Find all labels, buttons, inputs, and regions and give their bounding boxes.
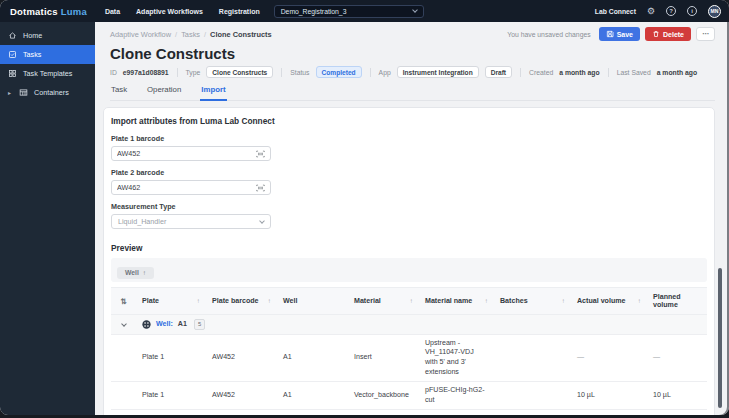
preview-title: Preview — [111, 243, 707, 253]
detail-tabs: Task Operation Import — [110, 85, 715, 101]
tab-operation[interactable]: Operation — [146, 85, 182, 100]
delete-button[interactable]: Delete — [645, 27, 691, 41]
cell-material: Insert — [348, 334, 419, 381]
tab-import[interactable]: Import — [200, 85, 226, 101]
cell-material-name: Upstream - VH_11047-VDJ with 5' and 3' e… — [419, 334, 494, 381]
column-header-plate-barcode[interactable]: ↑Plate barcode — [206, 288, 277, 315]
meta-divider — [520, 68, 521, 77]
chevron-down-icon[interactable] — [121, 321, 127, 327]
breadcrumb-separator: / — [204, 30, 206, 39]
group-row-well-a1[interactable]: Well: A1 5 — [111, 315, 707, 335]
project-selector[interactable]: Demo_Registration_3 — [274, 5, 424, 18]
created-value: a month ago — [559, 69, 599, 76]
import-section-title: Import attributes from Luma Lab Connect — [111, 116, 707, 126]
column-header-batches[interactable]: ↑Batches — [494, 288, 571, 315]
column-header-material[interactable]: ↑Material — [348, 288, 419, 315]
plate2-label: Plate 2 barcode — [111, 168, 707, 177]
tasks-icon — [8, 50, 17, 59]
table-header-row: ⇅ ↑Plate ↑Plate barcode Well ↑Material ↑… — [111, 288, 707, 315]
topbar-right: Lab Connect ⚙ ? i MN — [595, 5, 721, 18]
meta-divider — [370, 68, 371, 77]
group-label: Well: — [156, 320, 173, 330]
table-row: Plate 1 AW452 A1 Cells BL21 — 50 µL — [111, 410, 707, 415]
column-header-planned-volume[interactable]: Planned volume — [647, 288, 707, 315]
group-count-badge: 5 — [194, 319, 205, 330]
cell-actual-volume: — — [571, 410, 647, 415]
id-label: ID — [110, 69, 117, 76]
column-header-well[interactable]: Well — [277, 288, 348, 315]
app-logo[interactable]: Dotmatics Luma — [10, 6, 87, 17]
nav-item-data[interactable]: Data — [105, 8, 120, 15]
logo-product: Luma — [61, 6, 87, 17]
cell-material: Cells — [348, 410, 419, 415]
import-card: Import attributes from Luma Lab Connect … — [103, 107, 715, 415]
cell-batches — [494, 334, 571, 381]
header-actions: You have unsaved changes Save Delete ⋯ — [507, 27, 715, 41]
cell-plate-barcode: AW452 — [206, 334, 277, 381]
cell-batches — [494, 410, 571, 415]
meta-divider — [608, 68, 609, 77]
id-value: e997a1d08891 — [123, 69, 169, 76]
sidebar-item-tasks[interactable]: Tasks — [0, 45, 95, 64]
cell-well: A1 — [277, 410, 348, 415]
collapse-all-icon[interactable]: ⇅ — [120, 297, 126, 306]
breadcrumb-adaptive-workflow[interactable]: Adaptive Workflow — [110, 30, 171, 39]
sidebar-item-task-templates[interactable]: Task Templates — [0, 64, 95, 83]
nav-item-adaptive-workflows[interactable]: Adaptive Workflows — [136, 8, 203, 15]
sort-asc-icon[interactable]: ↑ — [638, 297, 641, 304]
meta-divider — [177, 68, 178, 77]
cell-plate-barcode: AW452 — [206, 382, 277, 410]
nav-item-registration[interactable]: Registration — [219, 8, 260, 15]
more-actions-button[interactable]: ⋯ — [696, 27, 715, 41]
vertical-scrollbar-thumb[interactable] — [718, 268, 722, 408]
measurement-field: Measurement Type Liquid_Handler — [111, 202, 707, 229]
expand-caret-icon[interactable]: ▸ — [8, 89, 13, 96]
created-label: Created — [529, 69, 553, 76]
lab-connect-link[interactable]: Lab Connect — [595, 8, 636, 15]
sort-asc-icon[interactable]: ↑ — [485, 297, 488, 304]
sort-asc-icon[interactable]: ↑ — [562, 297, 565, 304]
settings-gear-icon[interactable]: ⚙ — [647, 7, 655, 16]
group-by-well-chip[interactable]: Well ↑ — [117, 267, 154, 279]
column-header-material-name[interactable]: ↑Material name — [419, 288, 494, 315]
plate2-barcode-input[interactable] — [117, 183, 256, 192]
page-title: Clone Constructs — [110, 45, 715, 62]
group-value: A1 — [178, 320, 187, 330]
sidebar-item-home[interactable]: Home — [0, 26, 95, 45]
app-shell: Home Tasks Task Templates ▸ Containers A… — [0, 22, 729, 415]
save-icon — [606, 30, 614, 38]
tab-task[interactable]: Task — [110, 85, 128, 100]
topbar: Dotmatics Luma Data Adaptive Workflows R… — [0, 0, 729, 22]
chevron-down-icon — [259, 218, 265, 224]
save-button[interactable]: Save — [599, 27, 640, 41]
sidebar-item-containers[interactable]: ▸ Containers — [0, 83, 95, 102]
barcode-scan-icon[interactable] — [256, 184, 265, 192]
sort-asc-icon[interactable]: ↑ — [410, 297, 413, 304]
well-plate-icon — [142, 320, 151, 329]
column-header-actual-volume[interactable]: ↑Actual volume — [571, 288, 647, 315]
sidebar: Home Tasks Task Templates ▸ Containers — [0, 22, 95, 415]
help-icon[interactable]: ? — [666, 6, 676, 16]
app-label: App — [379, 69, 391, 76]
plate1-barcode-input[interactable] — [117, 149, 256, 158]
type-badge: Clone Constructs — [206, 66, 273, 78]
chevron-down-icon — [412, 7, 418, 13]
column-header-plate[interactable]: ↑Plate — [136, 288, 206, 315]
sort-asc-icon[interactable]: ↑ — [268, 297, 271, 304]
info-icon[interactable]: i — [687, 6, 697, 16]
sort-asc-icon[interactable]: ↑ — [197, 297, 200, 304]
breadcrumb-current: Clone Constructs — [210, 30, 272, 39]
cell-material: Vector_backbone — [348, 382, 419, 410]
barcode-scan-icon[interactable] — [256, 150, 265, 158]
cell-planned-volume: 50 µL — [647, 410, 707, 415]
sidebar-item-label: Containers — [34, 88, 69, 97]
user-avatar[interactable]: MN — [708, 5, 721, 18]
breadcrumb: Adaptive Workflow / Tasks / Clone Constr… — [110, 27, 715, 41]
sidebar-item-label: Home — [23, 31, 42, 40]
top-nav: Data Adaptive Workflows Registration — [105, 8, 260, 15]
measurement-type-select[interactable]: Liquid_Handler — [111, 214, 271, 229]
cell-actual-volume: 10 µL — [571, 382, 647, 410]
breadcrumb-tasks[interactable]: Tasks — [181, 30, 200, 39]
cell-planned-volume: — — [647, 334, 707, 381]
cell-planned-volume: 10 µL — [647, 382, 707, 410]
